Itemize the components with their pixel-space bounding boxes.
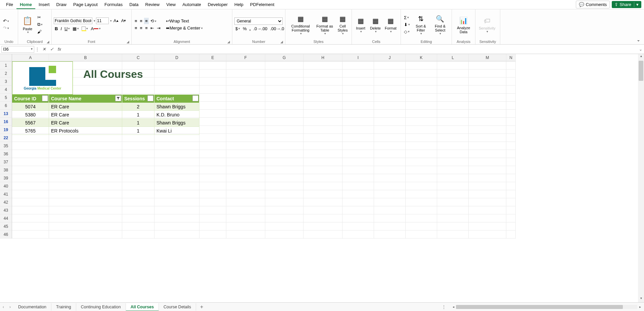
cell[interactable]	[406, 69, 437, 77]
cell[interactable]	[374, 214, 406, 222]
table-row[interactable]: 5567ER Care1Shawn Briggs	[12, 119, 199, 127]
cell[interactable]	[154, 69, 199, 77]
column-header-H[interactable]: H	[304, 54, 342, 61]
cell[interactable]	[406, 214, 437, 222]
menu-data[interactable]: Data	[126, 1, 142, 8]
cell[interactable]	[506, 158, 516, 166]
menu-home[interactable]: Home	[16, 1, 35, 9]
cell[interactable]	[122, 230, 154, 239]
cell[interactable]	[199, 110, 226, 118]
redo-button[interactable]: ↷ ▾	[2, 25, 10, 31]
comments-button[interactable]: 💬 Comments	[576, 1, 610, 8]
column-header-C[interactable]: C	[122, 54, 154, 61]
cell[interactable]	[12, 150, 49, 158]
filter-button-course-id[interactable]: ▾	[42, 95, 48, 101]
cell[interactable]	[265, 126, 304, 134]
cell[interactable]	[49, 222, 122, 230]
borders-button[interactable]: ▦ ▾	[72, 25, 80, 32]
cell[interactable]	[199, 86, 226, 94]
cell[interactable]	[469, 86, 506, 94]
cell[interactable]	[265, 142, 304, 150]
menu-review[interactable]: Review	[142, 1, 163, 8]
cell[interactable]	[437, 198, 469, 206]
table-cell[interactable]: 2	[122, 103, 154, 111]
cell[interactable]	[406, 126, 437, 134]
font-size-input[interactable]	[96, 17, 109, 24]
cell[interactable]	[469, 222, 506, 230]
cell[interactable]	[506, 198, 516, 206]
cell[interactable]	[265, 69, 304, 77]
cell[interactable]	[469, 158, 506, 166]
cell[interactable]	[437, 69, 469, 77]
column-header-K[interactable]: K	[406, 54, 437, 61]
cell[interactable]	[122, 142, 154, 150]
analyze-data-button[interactable]: 📊Analyze Data	[454, 14, 473, 35]
row-header-38[interactable]: 38	[0, 166, 12, 174]
column-header-A[interactable]: A	[12, 54, 49, 61]
cell[interactable]	[154, 222, 199, 230]
cell[interactable]	[437, 214, 469, 222]
accounting-format-button[interactable]: $ ▾	[234, 25, 241, 32]
table-cell[interactable]: Shawn Briggs	[154, 119, 199, 127]
cell[interactable]	[122, 150, 154, 158]
table-header-contact[interactable]: Contact▾	[154, 95, 199, 103]
share-button[interactable]: ⇪ Share ▾	[612, 1, 641, 8]
cell[interactable]	[506, 214, 516, 222]
table-cell[interactable]: 1	[122, 119, 154, 127]
vertical-scrollbar[interactable]: ▴ ▾	[638, 54, 644, 302]
cell[interactable]	[154, 198, 199, 206]
cell[interactable]	[437, 182, 469, 190]
menu-file[interactable]: File	[3, 1, 16, 8]
sheet-tab-course-details[interactable]: Course Details	[159, 303, 196, 311]
cell[interactable]	[265, 190, 304, 198]
cell[interactable]	[265, 166, 304, 174]
cell[interactable]	[469, 174, 506, 182]
align-center-button[interactable]: ≡	[139, 25, 144, 31]
cell[interactable]	[304, 110, 342, 118]
expand-formula-bar-button[interactable]: ⌄	[637, 47, 644, 52]
cell[interactable]	[304, 142, 342, 150]
cell[interactable]	[506, 126, 516, 134]
cell[interactable]	[122, 222, 154, 230]
copy-button[interactable]: ⧉ ▾	[36, 21, 44, 28]
cell[interactable]	[122, 206, 154, 214]
cell[interactable]	[304, 150, 342, 158]
cell[interactable]	[406, 110, 437, 118]
font-name-dropdown-icon[interactable]: ▾	[94, 19, 95, 22]
cut-button[interactable]: ✂	[36, 14, 44, 20]
cell[interactable]	[406, 182, 437, 190]
percent-format-button[interactable]: %	[242, 25, 248, 32]
cell[interactable]	[506, 134, 516, 142]
add-sheet-button[interactable]: +	[196, 304, 207, 310]
cell[interactable]	[122, 198, 154, 206]
cell[interactable]	[49, 150, 122, 158]
table-header-course-id[interactable]: Course ID▾	[12, 95, 49, 103]
column-header-E[interactable]: E	[199, 54, 226, 61]
cell[interactable]	[199, 230, 226, 239]
menu-pdfelement[interactable]: PDFelement	[247, 1, 278, 8]
cell[interactable]	[437, 222, 469, 230]
cell[interactable]	[122, 182, 154, 190]
cell[interactable]	[469, 198, 506, 206]
row-header-35[interactable]: 35	[0, 142, 12, 150]
orientation-button[interactable]: ⟲ ▾	[149, 18, 157, 24]
tab-nav-prev[interactable]: ‹	[0, 305, 7, 309]
table-cell[interactable]: 5567	[12, 119, 49, 127]
decrease-decimal-button[interactable]: .00→.0	[269, 25, 285, 32]
undo-button[interactable]: ↶ ▾	[2, 18, 10, 24]
cell[interactable]	[469, 77, 506, 86]
cell[interactable]	[49, 190, 122, 198]
filter-button-contact[interactable]: ▾	[192, 95, 198, 101]
cell[interactable]	[469, 126, 506, 134]
cell[interactable]	[226, 206, 265, 214]
cell[interactable]	[406, 222, 437, 230]
cell[interactable]	[469, 94, 506, 102]
cell[interactable]	[506, 142, 516, 150]
column-header-N[interactable]: N	[506, 54, 516, 61]
cell[interactable]	[342, 214, 374, 222]
sort-filter-button[interactable]: ⇅Sort & Filter▾	[412, 13, 429, 36]
cell[interactable]	[304, 86, 342, 94]
cancel-formula-button[interactable]: ✕	[40, 47, 48, 52]
cell[interactable]	[154, 86, 199, 94]
table-cell[interactable]: 1	[122, 111, 154, 119]
